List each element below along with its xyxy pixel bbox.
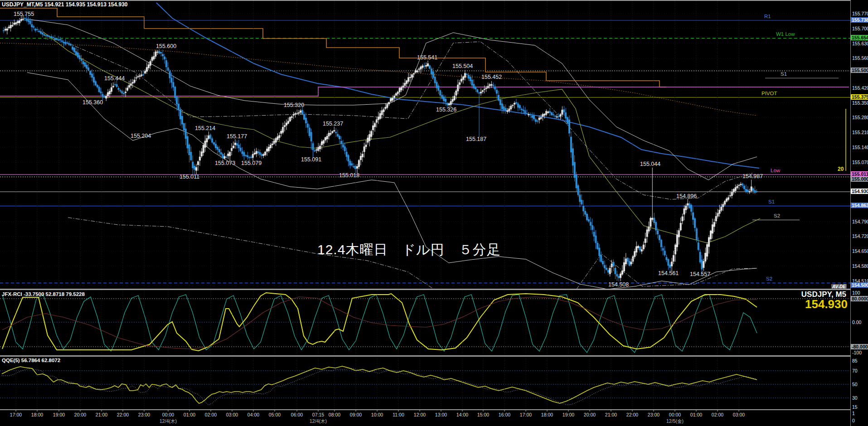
time-tick-label: 03:00 [226, 412, 238, 417]
window-top-border [0, 0, 868, 1]
time-tick-label: 19:00 [53, 412, 65, 417]
price-tick: 155.140 [852, 145, 868, 150]
price-badge: 155.654 [851, 35, 868, 40]
time-tick-label: 02:00 [205, 412, 217, 417]
time-axis-line [0, 409, 868, 410]
qqe-axis-tick: 70 [852, 368, 858, 373]
date-label: 12/4(木) [160, 418, 177, 425]
price-tick: 155.700 [852, 26, 868, 31]
price-tick: 154.720 [852, 233, 868, 239]
level-label-W1-Low: W1 Low [776, 31, 795, 37]
swing-price-label: 155.755 [14, 11, 34, 17]
time-tick-label: 22:00 [117, 412, 129, 417]
price-badge: 155.738 [851, 17, 868, 23]
swing-price-label: 154.508 [608, 281, 629, 288]
rci-axis-tick: -80.0000 [851, 344, 868, 349]
time-tick-label: 01:00 [690, 412, 702, 417]
price-badge: 155.000 [851, 176, 868, 182]
time-tick-label: 15:00 [477, 412, 489, 417]
time-tick-label: 03:00 [733, 412, 745, 417]
swing-price-label: 155.452 [481, 74, 502, 80]
date-label: 12/5(金) [666, 418, 684, 425]
swing-price-label: 155.177 [227, 133, 247, 140]
price-tick: 155.630 [852, 41, 868, 46]
price-axis[interactable]: 155.770155.700155.630155.560155.420155.3… [850, 0, 868, 426]
time-tick-label: 19:00 [563, 412, 574, 417]
swing-price-label: 155.541 [417, 54, 437, 61]
price-tick: 155.770 [852, 11, 868, 16]
level-label-PIVOT: PIVOT [761, 91, 777, 96]
price-tick: 154.650 [852, 248, 868, 254]
time-tick-label: 04:00 [247, 412, 259, 417]
swing-price-label: 155.214 [195, 125, 215, 131]
time-tick-label: 23:00 [138, 412, 150, 417]
rci-axis-tick: 100 [852, 290, 860, 295]
candle-countdown-label: 20 [838, 166, 844, 172]
qqe-axis-tick: 85 [852, 358, 858, 363]
swing-price-label: 154.561 [658, 270, 679, 276]
time-tick-label: 11:00 [393, 412, 404, 417]
qqe-indicator-label: QQE(5) 56.7864 62.8072 [2, 358, 60, 363]
time-tick-label: 07:15 [312, 412, 324, 417]
level-label-S2-daily: S2 [766, 276, 772, 281]
broker-watermark: AV-DE [831, 284, 847, 289]
swing-price-label: 155.204 [131, 133, 151, 139]
level-label-S1-daily: S1 [768, 199, 775, 204]
price-tick: 155.210 [852, 130, 868, 135]
qqe-axis-tick: 50 [852, 382, 858, 387]
swing-price-label: 155.360 [82, 99, 103, 106]
swing-price-label: 154.557 [690, 271, 710, 277]
time-tick-label: 18:00 [31, 412, 43, 417]
time-tick-label: 20:00 [584, 412, 596, 417]
time-tick-label: 21:00 [605, 412, 617, 417]
swing-price-label: 155.079 [241, 160, 262, 166]
time-tick-label: 22:00 [626, 412, 638, 417]
time-tick-label: 08:00 [329, 412, 340, 417]
swing-price-label: 155.091 [301, 156, 321, 163]
time-tick-label: 05:00 [269, 412, 281, 417]
level-label-S2-weekly: S2 [774, 213, 780, 218]
time-tick-label: 02:00 [712, 412, 723, 417]
price-tick: 154.790 [852, 219, 868, 224]
time-tick-label: 10:00 [371, 412, 383, 417]
qqe-axis-tick: 15 [852, 404, 858, 410]
rci-axis-tick: 80.0000 [851, 296, 868, 301]
rci-qqe-separator[interactable] [0, 355, 868, 357]
swing-price-label: 155.504 [452, 63, 473, 69]
price-badge: 154.863 [851, 203, 868, 208]
time-tick-label: 13:00 [435, 412, 447, 417]
rci-axis-tick: -100 [852, 350, 862, 355]
rci-indicator-label: JFX-RCI -33.7500 52.8718 79.5228 [2, 291, 85, 297]
time-tick-label: 14:00 [456, 412, 468, 417]
swing-price-label: 155.320 [284, 102, 304, 108]
trading-chart-window: USDJPY_MT,M5 154.921 154.935 154.913 154… [0, 0, 868, 426]
price-tick: 155.350 [852, 100, 868, 106]
chart-annotation-text: 12.4木曜日 ドル円 ５分足 [317, 241, 501, 259]
date-label: 12/4(木) [310, 418, 327, 425]
corner-last-price: 154.930 [805, 297, 848, 311]
price-badge: 154.930 [851, 189, 868, 194]
price-tick: 155.280 [852, 115, 868, 120]
time-tick-label: 17:00 [520, 412, 532, 417]
swing-price-label: 155.044 [640, 161, 660, 167]
swing-price-label: 155.600 [156, 43, 176, 49]
qqe-axis-tick: 30 [852, 395, 858, 401]
time-tick-label: 12:00 [414, 412, 426, 417]
price-tick: 155.560 [852, 55, 868, 61]
swing-price-label: 155.237 [323, 121, 343, 127]
main-rci-separator[interactable] [0, 289, 868, 290]
swing-price-label: 155.444 [104, 75, 125, 82]
price-tick: 155.070 [852, 160, 868, 165]
time-tick-label: 23:00 [648, 412, 659, 417]
level-label-Low: Low [771, 168, 780, 173]
swing-price-label: 155.073 [215, 160, 235, 166]
level-label-R1: R1 [764, 14, 771, 19]
time-tick-label: 09:00 [350, 412, 362, 417]
qqe-axis-tick: 1 [852, 411, 855, 416]
price-badge: 155.011 [851, 171, 868, 177]
candlestick-canvas[interactable] [0, 0, 868, 426]
qqe-axis-tick: 0 [852, 418, 855, 423]
swing-price-label: 155.011 [179, 174, 199, 180]
swing-price-label: 154.896 [676, 193, 697, 199]
price-badge: 154.500 [851, 282, 868, 288]
